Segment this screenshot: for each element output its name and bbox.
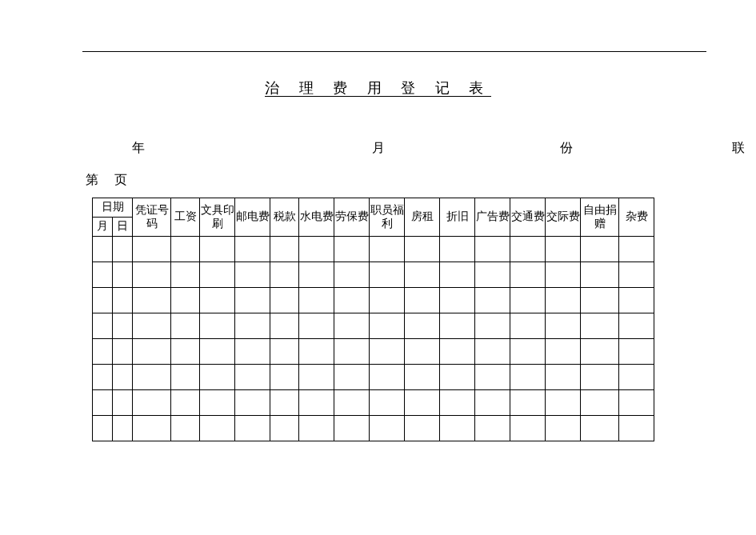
col-voucher-no: 凭证号码 (133, 198, 171, 237)
col-utilities: 水电费 (299, 198, 334, 237)
col-ad: 广告费 (475, 198, 510, 237)
col-month: 月 (93, 218, 113, 237)
table-row (93, 237, 654, 262)
label-fen: 份 (560, 140, 573, 157)
top-horizontal-rule (82, 51, 706, 52)
col-rent: 房租 (405, 198, 440, 237)
col-tax: 税款 (270, 198, 299, 237)
label-lian: 联 (732, 140, 745, 157)
col-transport: 交通费 (510, 198, 546, 237)
table-body (93, 237, 654, 441)
col-welfare: 职员福利 (370, 198, 405, 237)
label-di: 第 (86, 173, 98, 186)
header-row-1: 日期 凭证号码 工资 文具印刷 邮电费 税款 水电费 劳保费 职员福利 房租 折… (93, 198, 654, 218)
col-labor-ins: 劳保费 (334, 198, 370, 237)
col-depr: 折旧 (440, 198, 475, 237)
page-row: 第页 (86, 172, 127, 189)
col-misc: 杂费 (619, 198, 654, 237)
col-postage: 邮电费 (235, 198, 270, 237)
document-title: 治 理 费 用 登 记 表 (0, 78, 756, 98)
label-ye: 页 (114, 173, 127, 186)
table-row (93, 313, 654, 339)
col-stationery: 文具印刷 (200, 198, 235, 237)
table-row (93, 288, 654, 313)
label-year: 年 (132, 140, 145, 157)
col-date: 日期 (93, 198, 133, 218)
table-row (93, 365, 654, 390)
col-day: 日 (113, 218, 133, 237)
col-donation: 自由捐赠 (581, 198, 619, 237)
label-month: 月 (372, 140, 385, 157)
table-row (93, 416, 654, 441)
expense-register-table: 日期 凭证号码 工资 文具印刷 邮电费 税款 水电费 劳保费 职员福利 房租 折… (92, 198, 654, 441)
col-salary: 工资 (171, 198, 200, 237)
col-entertain: 交际费 (546, 198, 581, 237)
table-row (93, 390, 654, 416)
table-row (93, 262, 654, 288)
table-row (93, 339, 654, 365)
